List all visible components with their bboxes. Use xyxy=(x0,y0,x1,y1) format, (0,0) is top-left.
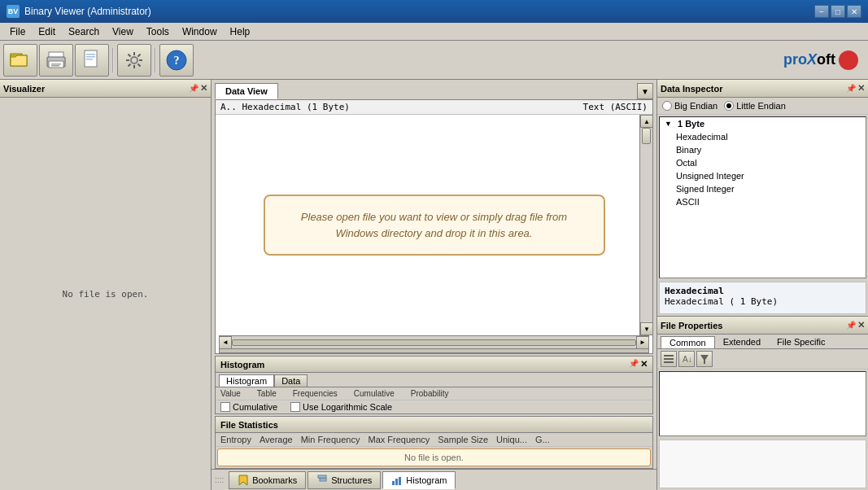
scroll-up-button[interactable]: ▲ xyxy=(640,115,652,128)
help-button[interactable]: ? xyxy=(159,44,194,77)
log-scale-check[interactable] xyxy=(290,402,300,412)
horizontal-scrollbar[interactable]: ◄ ► xyxy=(219,335,649,348)
tab-dropdown-button[interactable]: ▼ xyxy=(637,83,653,99)
minimize-button[interactable]: − xyxy=(814,5,829,18)
props-title: File Properties xyxy=(661,321,722,330)
menu-bar: File Edit Search View Tools Window Help xyxy=(0,23,868,41)
tree-uint-label: Unsigned Integer xyxy=(676,171,744,181)
cumulative-checkbox[interactable]: Cumulative xyxy=(220,402,277,412)
svg-rect-17 xyxy=(318,475,326,478)
props-close[interactable]: ✕ xyxy=(857,320,865,330)
scroll-thumb[interactable] xyxy=(642,128,651,144)
props-tab-extended[interactable]: Extended xyxy=(715,336,769,348)
svg-rect-23 xyxy=(664,355,674,357)
scroll-down-button[interactable]: ▼ xyxy=(640,322,652,335)
toolbar-separator-2 xyxy=(153,45,158,76)
detail-value: Hexadecimal ( 1 Byte) xyxy=(665,296,861,307)
toolbar: ? proXoft xyxy=(0,41,868,80)
tree-item-uint[interactable]: Unsigned Integer xyxy=(660,169,866,182)
open-file-button[interactable] xyxy=(3,44,37,77)
file-properties-panel: File Properties 📌 ✕ Common Extended File… xyxy=(657,316,868,490)
tree-item-ascii[interactable]: ASCII xyxy=(660,195,866,208)
cumulative-label: Cumulative xyxy=(233,402,277,412)
bookmarks-tab[interactable]: Bookmarks xyxy=(229,471,306,489)
props-sort-button[interactable]: A↓ xyxy=(678,351,695,367)
page-setup-button[interactable] xyxy=(75,44,109,77)
histogram-tab-histogram[interactable]: Histogram xyxy=(219,374,274,387)
props-tab-specific[interactable]: File Specific xyxy=(769,336,833,348)
little-endian-radio[interactable]: Little Endian xyxy=(724,101,786,111)
structures-label: Structures xyxy=(331,475,372,485)
logo-area: proXoft xyxy=(783,50,865,70)
menu-view[interactable]: View xyxy=(106,24,140,39)
close-visualizer-button[interactable]: ✕ xyxy=(200,83,207,94)
histogram-pin[interactable]: 📌 xyxy=(629,359,639,370)
drop-message: Please open file you want to view or sim… xyxy=(264,195,605,256)
bookmarks-label: Bookmarks xyxy=(252,475,297,485)
menu-help[interactable]: Help xyxy=(224,24,257,39)
pin-button[interactable]: 📌 xyxy=(189,84,198,93)
svg-rect-6 xyxy=(51,63,61,65)
menu-search[interactable]: Search xyxy=(62,24,106,39)
stats-no-file: No file is open. xyxy=(217,448,651,466)
stat-max-freq: Max Frequency xyxy=(368,435,430,444)
logo-icon xyxy=(839,50,858,70)
log-scale-checkbox[interactable]: Use Logarithmic Scale xyxy=(290,402,392,412)
big-endian-radio[interactable]: Big Endian xyxy=(662,101,718,111)
data-view-content[interactable]: Please open file you want to view or sim… xyxy=(216,115,652,335)
menu-edit[interactable]: Edit xyxy=(32,24,62,39)
tree-hex-label: Hexadecimal xyxy=(676,132,728,142)
histogram-close[interactable]: ✕ xyxy=(640,359,648,370)
histogram-tab-bar: Histogram Data xyxy=(216,373,652,387)
props-content xyxy=(659,371,866,436)
visualizer-header: Visualizer 📌 ✕ xyxy=(0,80,211,98)
tree-item-sint[interactable]: Signed Integer xyxy=(660,182,866,195)
settings-icon xyxy=(123,49,146,72)
tree-item-octal[interactable]: Octal xyxy=(660,156,866,169)
big-endian-circle[interactable] xyxy=(662,101,672,111)
props-tab-common[interactable]: Common xyxy=(661,336,715,348)
visualizer-title: Visualizer xyxy=(3,84,45,94)
histogram-tab-data[interactable]: Data xyxy=(274,374,308,387)
tree-item-1byte[interactable]: ▼ 1 Byte xyxy=(660,117,866,130)
bookmarks-icon xyxy=(238,475,249,486)
histogram-bottom-tab[interactable]: Histogram xyxy=(382,471,456,489)
maximize-button[interactable]: □ xyxy=(831,5,845,18)
settings-button[interactable] xyxy=(117,44,151,77)
file-statistics-panel: File Statistics Entropy Average Min Freq… xyxy=(215,416,653,469)
visualizer-panel: Visualizer 📌 ✕ No file is open. xyxy=(0,80,212,490)
inspector-pin[interactable]: 📌 xyxy=(846,84,856,93)
data-inspector: Data Inspector 📌 ✕ Big Endian Little End… xyxy=(657,80,868,316)
toolbar-separator-1 xyxy=(111,45,116,76)
props-list-button[interactable] xyxy=(661,351,677,367)
structures-icon xyxy=(316,475,328,486)
menu-window[interactable]: Window xyxy=(176,24,224,39)
histogram-panel: Histogram 📌 ✕ Histogram Data Value Table… xyxy=(215,356,653,414)
props-header: File Properties 📌 ✕ xyxy=(657,317,868,335)
scroll-left-button[interactable]: ◄ xyxy=(219,336,232,349)
props-filter-button[interactable] xyxy=(696,351,713,367)
data-view-tab[interactable]: Data View xyxy=(215,83,278,99)
vertical-scrollbar[interactable]: ▲ ▼ xyxy=(639,115,652,335)
menu-tools[interactable]: Tools xyxy=(140,24,176,39)
open-icon xyxy=(9,49,32,72)
mini-scrollbar xyxy=(219,348,649,353)
app-icon: BV xyxy=(7,5,20,18)
title-controls: − □ ✕ xyxy=(814,5,861,18)
props-pin[interactable]: 📌 xyxy=(846,321,856,330)
tree-binary-label: Binary xyxy=(676,145,701,155)
cumulative-check[interactable] xyxy=(220,402,230,412)
tree-ascii-label: ASCII xyxy=(676,197,700,207)
little-endian-circle[interactable] xyxy=(724,101,734,111)
h-scroll-track[interactable] xyxy=(232,339,636,346)
inspector-tree: ▼ 1 Byte Hexadecimal Binary Octal Unsign… xyxy=(659,116,866,278)
tree-item-binary[interactable]: Binary xyxy=(660,143,866,156)
menu-file[interactable]: File xyxy=(3,24,32,39)
print-button[interactable] xyxy=(39,44,73,77)
structures-tab[interactable]: Structures xyxy=(308,471,381,489)
no-file-label: No file is open. xyxy=(63,289,149,300)
inspector-close[interactable]: ✕ xyxy=(857,83,865,94)
tree-item-hex[interactable]: Hexadecimal xyxy=(660,130,866,143)
scroll-right-button[interactable]: ► xyxy=(636,336,649,349)
close-button[interactable]: ✕ xyxy=(847,5,861,18)
